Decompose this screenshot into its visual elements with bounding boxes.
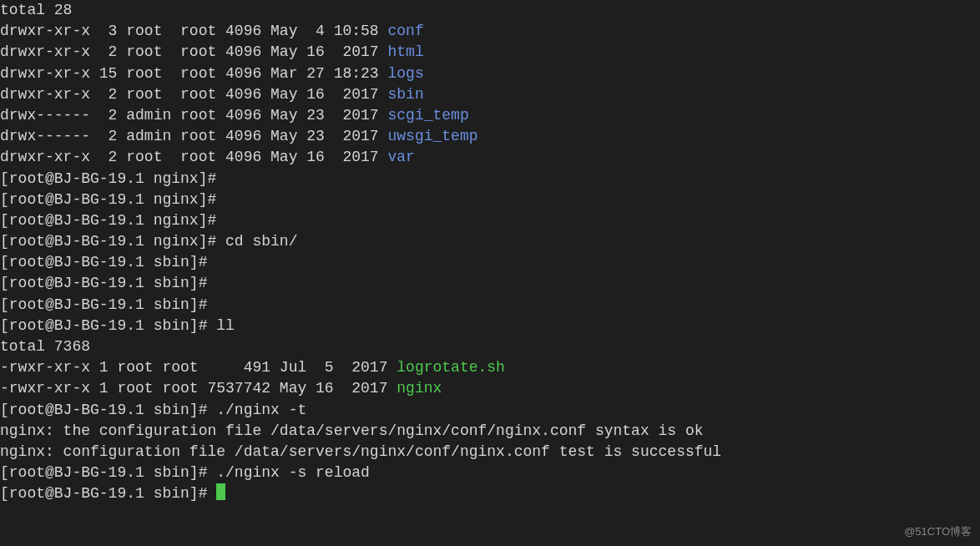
terminal-text: drwxr-xr-x 3 root root 4096 May 4 10:58 [0,23,387,39]
terminal-line: [root@BJ-BG-19.1 sbin]# [0,273,980,294]
terminal-line: [root@BJ-BG-19.1 sbin]# [0,252,980,273]
terminal-text: [root@BJ-BG-19.1 sbin]# [0,275,216,291]
directory-name: conf [387,23,423,39]
directory-name: sbin [387,86,423,103]
terminal-line: [root@BJ-BG-19.1 nginx]# [0,169,980,190]
terminal-line: [root@BJ-BG-19.1 sbin]# [0,483,980,504]
terminal-text: drwxr-xr-x 2 root root 4096 May 16 2017 [0,149,387,165]
directory-name: scgi_temp [387,107,468,124]
directory-name: uwsgi_temp [387,128,477,144]
watermark-text: @51CTO博客 [904,524,972,539]
terminal-line: total 7368 [0,336,980,357]
terminal-line: nginx: configuration file /data/servers/… [0,442,980,463]
terminal-text: -rwxr-xr-x 1 root root 491 Jul 5 2017 [0,359,397,376]
terminal-text: [root@BJ-BG-19.1 nginx]# [0,212,225,229]
terminal-line: [root@BJ-BG-19.1 sbin]# [0,295,980,316]
terminal-text: [root@BJ-BG-19.1 nginx]# [0,170,225,187]
terminal-line: [root@BJ-BG-19.1 nginx]# [0,210,980,231]
terminal-text: [root@BJ-BG-19.1 sbin]# [0,296,216,313]
terminal-text: -rwxr-xr-x 1 root root 7537742 May 16 20… [0,380,397,397]
terminal-text: drwx------ 2 admin root 4096 May 23 2017 [0,107,387,124]
terminal-line: -rwxr-xr-x 1 root root 7537742 May 16 20… [0,378,980,399]
terminal-text: drwxr-xr-x 15 root root 4096 Mar 27 18:2… [0,65,387,82]
terminal-line: [root@BJ-BG-19.1 nginx]# [0,190,980,210]
terminal-text: total 7368 [0,338,90,355]
terminal-line: [root@BJ-BG-19.1 sbin]# ./nginx -t [0,400,980,421]
terminal-line: -rwxr-xr-x 1 root root 491 Jul 5 2017 lo… [0,357,980,378]
terminal-line: nginx: the configuration file /data/serv… [0,421,980,442]
terminal-text: [root@BJ-BG-19.1 sbin]# ./nginx -t [0,402,306,418]
terminal-text: [root@BJ-BG-19.1 nginx]# cd sbin/ [0,233,297,250]
terminal-text: [root@BJ-BG-19.1 nginx]# [0,191,225,208]
terminal-line: [root@BJ-BG-19.1 nginx]# cd sbin/ [0,231,980,252]
terminal-line: [root@BJ-BG-19.1 sbin]# ./nginx -s reloa… [0,463,980,483]
directory-name: logs [387,65,423,82]
terminal-text: drwx------ 2 admin root 4096 May 23 2017 [0,128,387,144]
terminal-text: [root@BJ-BG-19.1 sbin]# ./nginx -s reloa… [0,464,370,481]
directory-name: html [387,43,423,60]
terminal-line: drwx------ 2 admin root 4096 May 23 2017… [0,126,980,147]
cursor-block [216,483,225,500]
terminal-output[interactable]: total 28drwxr-xr-x 3 root root 4096 May … [0,0,980,505]
terminal-line: drwxr-xr-x 15 root root 4096 Mar 27 18:2… [0,63,980,84]
terminal-line: drwxr-xr-x 2 root root 4096 May 16 2017 … [0,42,980,63]
terminal-line: total 28 [0,0,980,21]
terminal-text: nginx: configuration file /data/servers/… [0,443,721,460]
executable-name: nginx [397,380,442,397]
terminal-text: nginx: the configuration file /data/serv… [0,422,704,439]
terminal-text: total 28 [0,2,72,18]
terminal-line: drwx------ 2 admin root 4096 May 23 2017… [0,105,980,126]
terminal-line: drwxr-xr-x 3 root root 4096 May 4 10:58 … [0,21,980,42]
terminal-line: [root@BJ-BG-19.1 sbin]# ll [0,316,980,336]
directory-name: var [387,149,414,165]
terminal-text: drwxr-xr-x 2 root root 4096 May 16 2017 [0,43,387,60]
terminal-text: [root@BJ-BG-19.1 sbin]# ll [0,317,235,334]
terminal-line: drwxr-xr-x 2 root root 4096 May 16 2017 … [0,147,980,168]
terminal-line: drwxr-xr-x 2 root root 4096 May 16 2017 … [0,84,980,105]
terminal-text: drwxr-xr-x 2 root root 4096 May 16 2017 [0,86,387,103]
executable-name: logrotate.sh [397,359,505,376]
terminal-text: [root@BJ-BG-19.1 sbin]# [0,254,216,270]
terminal-text: [root@BJ-BG-19.1 sbin]# [0,485,216,502]
